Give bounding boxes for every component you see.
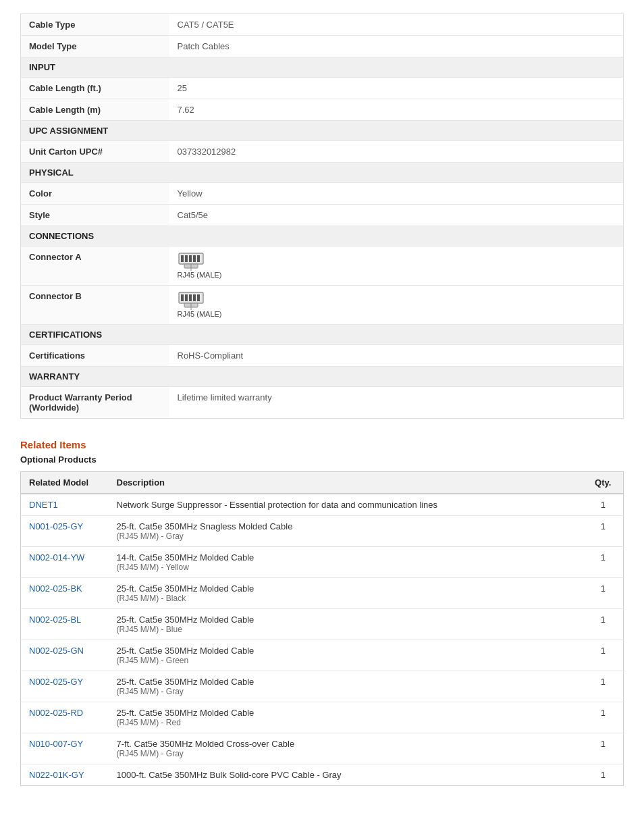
specs-row-value: RoHS-Compliant xyxy=(169,345,624,367)
specs-connector-value: RJ45 (MALE) xyxy=(169,246,624,286)
related-description-sub: (RJ45 M/M) - Blue xyxy=(117,625,575,634)
related-qty-cell: 1 xyxy=(583,764,624,786)
related-description-main: Network Surge Suppressor - Essential pro… xyxy=(117,500,575,510)
specs-row-value: Cat5/5e xyxy=(169,205,624,226)
related-model-link[interactable]: DNET1 xyxy=(29,500,58,510)
related-description-cell: 14-ft. Cat5e 350MHz Molded Cable(RJ45 M/… xyxy=(109,547,583,578)
svg-rect-10 xyxy=(185,294,188,301)
specs-row-label: Connector A xyxy=(21,246,169,286)
related-model-cell[interactable]: N022-01K-GY xyxy=(21,764,109,786)
related-table-row: N002-025-BK25-ft. Cat5e 350MHz Molded Ca… xyxy=(21,578,624,609)
col-header-model: Related Model xyxy=(21,472,109,494)
specs-row: Unit Carton UPC#037332012982 xyxy=(21,141,624,163)
related-model-link[interactable]: N002-025-RD xyxy=(29,708,83,718)
specs-row-value: Yellow xyxy=(169,183,624,205)
related-table-row: N002-025-GY25-ft. Cat5e 350MHz Molded Ca… xyxy=(21,671,624,702)
specs-row: CertificationsRoHS-Compliant xyxy=(21,345,624,367)
related-qty-cell: 1 xyxy=(583,516,624,547)
related-description-sub: (RJ45 M/M) - Green xyxy=(117,656,575,665)
specs-row-value: 7.62 xyxy=(169,99,624,121)
related-model-link[interactable]: N002-025-GN xyxy=(29,646,84,656)
specs-connector-row: Connector B RJ45 (MALE) xyxy=(21,286,624,325)
related-description-cell: 25-ft. Cat5e 350MHz Molded Cable(RJ45 M/… xyxy=(109,671,583,702)
specs-row: Cable Length (ft.)25 xyxy=(21,78,624,99)
related-description-sub: (RJ45 M/M) - Red xyxy=(117,718,575,727)
related-qty-cell: 1 xyxy=(583,578,624,609)
specs-row: StyleCat5/5e xyxy=(21,205,624,226)
specs-section-header: INPUT xyxy=(21,57,624,78)
specs-section-header: WARRANTY xyxy=(21,367,624,387)
specs-connector-row: Connector A RJ45 (MALE) xyxy=(21,246,624,286)
related-description-sub: (RJ45 M/M) - Black xyxy=(117,594,575,603)
specs-row: ColorYellow xyxy=(21,183,624,205)
related-model-link[interactable]: N002-025-GY xyxy=(29,677,83,687)
related-description-cell: 1000-ft. Cat5e 350MHz Bulk Solid-core PV… xyxy=(109,764,583,786)
related-model-cell[interactable]: N002-025-BL xyxy=(21,609,109,640)
related-table-row: N002-025-RD25-ft. Cat5e 350MHz Molded Ca… xyxy=(21,702,624,733)
related-model-link[interactable]: N022-01K-GY xyxy=(29,770,84,780)
specs-row-label: Style xyxy=(21,205,169,226)
specs-row-label: Cable Type xyxy=(21,14,169,36)
specs-row-value: 037332012982 xyxy=(169,141,624,163)
related-description-main: 25-ft. Cat5e 350MHz Molded Cable xyxy=(117,646,575,656)
related-description-cell: Network Surge Suppressor - Essential pro… xyxy=(109,494,583,516)
related-table-row: N010-007-GY7-ft. Cat5e 350MHz Molded Cro… xyxy=(21,733,624,764)
connector-label: RJ45 (MALE) xyxy=(178,310,222,318)
specs-row: Product Warranty Period (Worldwide)Lifet… xyxy=(21,387,624,419)
specs-row: Model TypePatch Cables xyxy=(21,36,624,57)
related-description-main: 25-ft. Cat5e 350MHz Snagless Molded Cabl… xyxy=(117,521,575,531)
specs-row-label: Unit Carton UPC# xyxy=(21,141,169,163)
optional-label: Optional Products xyxy=(20,454,624,465)
related-model-cell[interactable]: N001-025-GY xyxy=(21,516,109,547)
svg-rect-11 xyxy=(189,294,192,301)
related-model-cell[interactable]: N002-025-GY xyxy=(21,671,109,702)
svg-rect-5 xyxy=(197,255,200,262)
specs-table: Cable TypeCAT5 / CAT5EModel TypePatch Ca… xyxy=(20,14,624,419)
related-description-main: 25-ft. Cat5e 350MHz Molded Cable xyxy=(117,677,575,687)
related-description-sub: (RJ45 M/M) - Yellow xyxy=(117,563,575,572)
svg-rect-4 xyxy=(193,255,196,262)
related-model-cell[interactable]: DNET1 xyxy=(21,494,109,516)
related-description-cell: 25-ft. Cat5e 350MHz Molded Cable(RJ45 M/… xyxy=(109,578,583,609)
related-description-cell: 7-ft. Cat5e 350MHz Molded Cross-over Cab… xyxy=(109,733,583,764)
related-description-cell: 25-ft. Cat5e 350MHz Molded Cable(RJ45 M/… xyxy=(109,702,583,733)
specs-section-header: CONNECTIONS xyxy=(21,226,624,246)
connector-icon: RJ45 (MALE) xyxy=(178,252,222,279)
related-description-main: 14-ft. Cat5e 350MHz Molded Cable xyxy=(117,552,575,563)
col-header-description: Description xyxy=(109,472,583,494)
specs-row-label: Product Warranty Period (Worldwide) xyxy=(21,387,169,419)
related-model-cell[interactable]: N002-025-GN xyxy=(21,640,109,671)
related-table-row: N001-025-GY25-ft. Cat5e 350MHz Snagless … xyxy=(21,516,624,547)
specs-row-value: 25 xyxy=(169,78,624,99)
related-model-link[interactable]: N001-025-GY xyxy=(29,521,83,531)
related-model-link[interactable]: N002-025-BL xyxy=(29,615,81,625)
specs-row-label: Cable Length (ft.) xyxy=(21,78,169,99)
related-model-link[interactable]: N002-025-BK xyxy=(29,583,82,594)
related-model-link[interactable]: N010-007-GY xyxy=(29,739,83,749)
related-description-cell: 25-ft. Cat5e 350MHz Molded Cable(RJ45 M/… xyxy=(109,640,583,671)
related-qty-cell: 1 xyxy=(583,702,624,733)
related-description-main: 1000-ft. Cat5e 350MHz Bulk Solid-core PV… xyxy=(117,770,575,780)
specs-row-value: Patch Cables xyxy=(169,36,624,57)
related-description-sub: (RJ45 M/M) - Gray xyxy=(117,687,575,696)
related-model-cell[interactable]: N002-014-YW xyxy=(21,547,109,578)
related-model-cell[interactable]: N002-025-RD xyxy=(21,702,109,733)
connector-icon: RJ45 (MALE) xyxy=(178,291,222,318)
specs-section-header: UPC ASSIGNMENT xyxy=(21,121,624,141)
specs-row-value: Lifetime limited warranty xyxy=(169,387,624,419)
related-qty-cell: 1 xyxy=(583,609,624,640)
related-model-cell[interactable]: N010-007-GY xyxy=(21,733,109,764)
related-model-link[interactable]: N002-014-YW xyxy=(29,552,84,563)
connector-label: RJ45 (MALE) xyxy=(178,271,222,279)
related-description-sub: (RJ45 M/M) - Gray xyxy=(117,749,575,758)
related-description-main: 25-ft. Cat5e 350MHz Molded Cable xyxy=(117,583,575,594)
specs-row: Cable Length (m)7.62 xyxy=(21,99,624,121)
related-model-cell[interactable]: N002-025-BK xyxy=(21,578,109,609)
svg-rect-13 xyxy=(197,294,200,301)
related-qty-cell: 1 xyxy=(583,733,624,764)
specs-row-label: Certifications xyxy=(21,345,169,367)
specs-row-label: Color xyxy=(21,183,169,205)
related-description-cell: 25-ft. Cat5e 350MHz Snagless Molded Cabl… xyxy=(109,516,583,547)
related-table-header: Related Model Description Qty. xyxy=(21,472,624,494)
specs-connector-value: RJ45 (MALE) xyxy=(169,286,624,325)
